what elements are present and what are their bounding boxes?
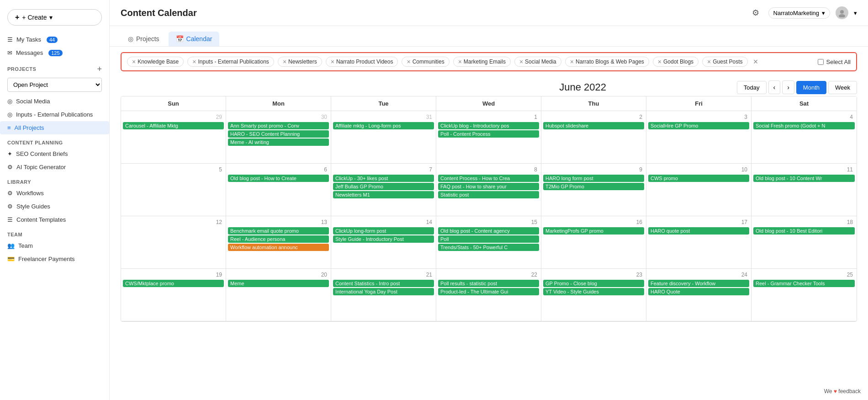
cal-date: 2 — [543, 113, 644, 121]
filter-remove-icon-8[interactable]: × — [658, 59, 662, 65]
team-section-label: TEAM — [0, 226, 109, 239]
cal-event-r0c5e0[interactable]: SocialHire GP Promo — [648, 122, 749, 129]
filter-tag-6: ×Social Media — [514, 57, 561, 67]
cal-event-r0c0e0[interactable]: Carousel - Affiliate Mktg — [123, 122, 224, 129]
cal-event-r2c1e1[interactable]: Reel - Audience persona — [228, 235, 329, 243]
cal-date: 6 — [228, 165, 329, 174]
cal-event-r1c1e0[interactable]: Old blog post - How to Create — [228, 175, 329, 182]
sidebar-item-ai-topic[interactable]: ⚙ AI Topic Generator — [0, 160, 109, 174]
cal-event-r0c1e0[interactable]: Ann Smarty post promo - Conv — [228, 122, 329, 129]
cal-event-r0c2e0[interactable]: Affiliate mktg - Long-form pos — [333, 122, 434, 129]
filter-close-all[interactable]: × — [753, 57, 758, 67]
settings-icon[interactable]: ⚙ — [748, 5, 763, 20]
cal-event-r0c4e0[interactable]: Hubspot slideshare — [543, 122, 644, 129]
cal-date: 21 — [333, 271, 434, 279]
filter-remove-icon-9[interactable]: × — [707, 59, 711, 65]
cal-event-r2c1e0[interactable]: Benchmark email quote promo — [228, 227, 329, 235]
sidebar-item-team[interactable]: 👥 Team — [0, 239, 109, 252]
filter-remove-icon-4[interactable]: × — [407, 59, 410, 65]
cal-event-r0c1e1[interactable]: HARO - SEO Content Planning — [228, 130, 329, 138]
cal-event-r1c3e2[interactable]: Statistic post — [438, 191, 539, 198]
sidebar-item-style-guides[interactable]: ⚙ Style Guides — [0, 200, 109, 213]
cal-event-r1c4e1[interactable]: T2Mio GP Promo — [543, 183, 644, 190]
sidebar-item-messages[interactable]: ✉ Messages 125 — [0, 46, 109, 59]
avatar[interactable] — [836, 6, 848, 19]
cal-event-r2c2e0[interactable]: ClickUp long-form post — [333, 227, 434, 235]
cal-date: 29 — [123, 113, 224, 121]
cal-event-r1c3e1[interactable]: FAQ post - How to share your — [438, 183, 539, 190]
cal-event-r0c3e0[interactable]: ClickUp blog - Introductory pos — [438, 122, 539, 129]
filter-remove-icon-2[interactable]: × — [283, 59, 286, 65]
sidebar-item-all-projects[interactable]: ≡ All Projects — [0, 121, 109, 134]
filter-remove-icon-6[interactable]: × — [519, 59, 523, 65]
cal-event-r3c4e1[interactable]: YT Video - Style Guides — [543, 288, 644, 295]
cal-event-r1c4e0[interactable]: HARO long form post — [543, 175, 644, 182]
next-button[interactable]: › — [782, 80, 794, 94]
prev-button[interactable]: ‹ — [768, 80, 781, 94]
cal-event-r2c6e0[interactable]: Old blog post - 10 Best Editori — [753, 227, 855, 235]
chevron-down-icon: ▾ — [49, 14, 53, 21]
cal-event-r1c6e0[interactable]: Old blog post - 10 Content Wr — [753, 175, 855, 182]
filter-remove-icon-1[interactable]: × — [192, 59, 196, 65]
open-project-select[interactable]: Open Project — [7, 78, 102, 92]
select-all-wrap[interactable]: Select All — [818, 59, 851, 65]
cal-cell-r3c1: 20Meme — [226, 269, 331, 321]
cal-date: 12 — [123, 218, 224, 226]
cal-date: 7 — [333, 165, 434, 174]
cal-event-r1c2e2[interactable]: Newsletters M1 — [333, 191, 434, 198]
cal-cell-r1c1: 6Old blog post - How to Create — [226, 164, 331, 216]
cal-event-r2c4e0[interactable]: MarketingProfs GP promo — [543, 227, 644, 235]
cal-date: 30 — [228, 113, 329, 121]
cal-event-r1c5e0[interactable]: CWS promo — [648, 175, 749, 182]
sidebar-item-my-tasks[interactable]: ☰ My Tasks 44 — [0, 33, 109, 46]
week-button[interactable]: Week — [828, 81, 857, 94]
cal-event-r0c6e0[interactable]: Social Fresh promo (Godot + N — [753, 122, 855, 129]
cal-event-r0c1e2[interactable]: Meme - AI writing — [228, 139, 329, 146]
select-all-checkbox[interactable] — [818, 59, 824, 65]
cal-event-r3c3e0[interactable]: Poll results - statistic post — [438, 280, 539, 287]
cal-event-r1c2e1[interactable]: Jeff Bullas GP Promo — [333, 183, 434, 190]
cal-event-r3c2e1[interactable]: International Yoga Day Post — [333, 288, 434, 295]
cal-event-r2c2e1[interactable]: Style Guide - Introductory Post — [333, 235, 434, 243]
sidebar-item-freelancer-payments[interactable]: 💳 Freelancer Payments — [0, 252, 109, 266]
tab-calendar[interactable]: 📅 Calendar — [169, 32, 220, 46]
sidebar-item-seo-briefs[interactable]: ✦ SEO Content Briefs — [0, 147, 109, 160]
cal-event-r1c2e0[interactable]: ClickUp - 30+ likes post — [333, 175, 434, 182]
cal-event-r0c3e1[interactable]: Poll - Content Process — [438, 130, 539, 138]
sidebar-item-content-templates[interactable]: ☰ Content Templates — [0, 213, 109, 226]
filter-remove-icon-0[interactable]: × — [132, 59, 136, 65]
filter-remove-icon-5[interactable]: × — [458, 59, 462, 65]
create-button[interactable]: + + Create ▾ — [7, 9, 102, 26]
cal-event-r2c3e1[interactable]: Poll — [438, 235, 539, 243]
cal-event-r2c3e2[interactable]: Trends/Stats - 50+ Powerful C — [438, 244, 539, 251]
sidebar-item-inputs-external[interactable]: ◎ Inputs - External Publications — [0, 108, 109, 121]
sidebar-item-workflows[interactable]: ⚙ Workflows — [0, 187, 109, 200]
cal-event-r2c1e2[interactable]: Workflow automation announc — [228, 244, 329, 251]
cal-cell-r0c1: 30Ann Smarty post promo - ConvHARO - SEO… — [226, 111, 331, 164]
cal-header-sat: Sat — [752, 96, 857, 111]
cal-event-r3c0e0[interactable]: CWS/Mktplace promo — [123, 280, 224, 287]
cal-event-r2c5e0[interactable]: HARO quote post — [648, 227, 749, 235]
month-button[interactable]: Month — [796, 81, 826, 94]
cal-event-r1c3e0[interactable]: Content Process - How to Crea — [438, 175, 539, 182]
cal-event-r3c2e0[interactable]: Content Statistics - Intro post — [333, 280, 434, 287]
add-project-icon[interactable]: + — [97, 65, 102, 73]
today-button[interactable]: Today — [737, 81, 767, 94]
cal-date: 25 — [753, 271, 855, 279]
filter-remove-icon-3[interactable]: × — [331, 59, 334, 65]
cal-event-r3c5e0[interactable]: Feature discovery - Workflow — [648, 280, 749, 287]
tab-projects[interactable]: ◎ Projects — [121, 32, 167, 46]
cal-cell-r3c6: 25Reel - Grammar Checker Tools — [752, 269, 857, 321]
filter-remove-icon-7[interactable]: × — [570, 59, 574, 65]
social-media-icon: ◎ — [7, 98, 12, 105]
cal-event-r3c6e0[interactable]: Reel - Grammar Checker Tools — [753, 280, 855, 287]
cal-event-r3c5e1[interactable]: HARO Quote — [648, 288, 749, 295]
cal-event-r3c3e1[interactable]: Product-led - The Ultimate Gui — [438, 288, 539, 295]
cal-event-r2c3e0[interactable]: Old blog post - Content agency — [438, 227, 539, 235]
user-dropdown[interactable]: NarratoMarketing ▾ — [768, 7, 830, 19]
cal-event-r3c4e0[interactable]: GP Promo - Close blog — [543, 280, 644, 287]
sidebar-item-social-media[interactable]: ◎ Social Media — [0, 95, 109, 108]
cal-event-r3c1e0[interactable]: Meme — [228, 280, 329, 287]
inputs-icon: ◎ — [7, 111, 12, 118]
cal-cell-r1c6: 11Old blog post - 10 Content Wr — [752, 164, 857, 216]
